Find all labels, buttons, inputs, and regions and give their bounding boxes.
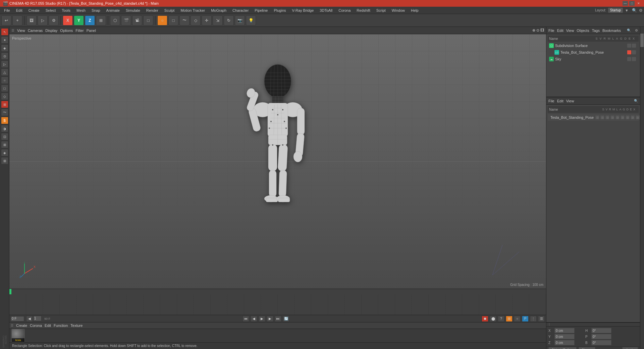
maximize-button[interactable]: □ xyxy=(629,1,635,6)
camera-button[interactable]: 📷 xyxy=(235,15,245,26)
menu-plugins[interactable]: Plugins xyxy=(271,8,288,13)
menu-mograph[interactable]: MoGraph xyxy=(208,8,229,13)
poly-mode-button[interactable]: 📽 xyxy=(132,15,142,26)
layout-settings-icon[interactable]: ⚙ xyxy=(639,8,643,13)
viewport-nav-icon-3[interactable]: 🎞 xyxy=(540,28,544,33)
next-frame-btn[interactable]: ▶ xyxy=(267,316,273,322)
coord-x-input[interactable] xyxy=(554,328,575,333)
tool-scale[interactable]: ◈ xyxy=(1,44,8,52)
menu-3dtoall[interactable]: 3DToAll xyxy=(317,8,335,13)
attr-object-row[interactable]: Tesla_Bot_Standing_Pose □ □ □ □ □ □ □ □ … xyxy=(548,114,639,121)
tc-btn-7[interactable]: ⋮ xyxy=(530,316,537,322)
timeline-tracks[interactable] xyxy=(9,294,546,315)
menu-edit[interactable]: Edit xyxy=(13,8,25,13)
tool-16[interactable]: ◈ xyxy=(1,149,8,156)
scrollbar-thumb[interactable] xyxy=(640,34,644,47)
tool-17[interactable]: ⊞ xyxy=(1,157,8,164)
menu-create[interactable]: Create xyxy=(26,8,42,13)
tool-14[interactable]: ⊡ xyxy=(1,133,8,140)
sky-tag-1[interactable] xyxy=(627,57,631,61)
mat-menu-texture[interactable]: Texture xyxy=(70,323,83,328)
attr-menu-edit[interactable]: Edit xyxy=(557,99,564,103)
attr-menu-view[interactable]: View xyxy=(566,99,574,103)
tool-10[interactable]: ⊞ xyxy=(1,101,8,108)
attr-btn-8[interactable]: □ xyxy=(630,115,635,120)
record-btn[interactable]: ⏺ xyxy=(482,316,488,322)
tag-red[interactable] xyxy=(627,50,631,54)
tc-btn-5[interactable]: ○ xyxy=(514,316,521,322)
menu-motion-tracker[interactable]: Motion Tracker xyxy=(178,8,208,13)
obj-menu-view[interactable]: View xyxy=(566,29,574,33)
attr-search-icon[interactable]: 🔍 xyxy=(634,99,638,103)
menu-tools[interactable]: Tools xyxy=(59,8,73,13)
menu-mesh[interactable]: Mesh xyxy=(74,8,88,13)
x-axis-button[interactable]: X xyxy=(63,15,73,26)
menu-vray[interactable]: V-Ray Bridge xyxy=(289,8,317,13)
coord-b-input[interactable] xyxy=(591,340,611,345)
menu-character[interactable]: Character xyxy=(230,8,251,13)
tc-btn-6[interactable]: P xyxy=(522,316,529,322)
attr-btn-7[interactable]: □ xyxy=(625,115,630,120)
obj-menu-file[interactable]: File xyxy=(548,29,554,33)
obj-menu-objects[interactable]: Objects xyxy=(577,29,589,33)
menu-simulate[interactable]: Simulate xyxy=(123,8,143,13)
tc-expand-btn[interactable]: ☰ xyxy=(538,316,545,322)
tag-1[interactable] xyxy=(627,44,631,48)
go-to-end-btn[interactable]: ⏭ xyxy=(275,316,281,322)
go-to-start-btn[interactable]: ⏮ xyxy=(243,316,249,322)
coord-z-input[interactable] xyxy=(554,340,575,345)
prev-frame-btn[interactable]: ◀ xyxy=(251,316,257,322)
object-mode-button[interactable]: □ xyxy=(143,15,153,26)
tool-9[interactable]: ◇ xyxy=(1,93,8,100)
coord-h-input[interactable] xyxy=(591,328,611,333)
sky-tag-2[interactable] xyxy=(632,57,636,61)
current-frame-input[interactable] xyxy=(11,316,24,321)
menu-select[interactable]: Select xyxy=(43,8,59,13)
points-mode-button[interactable]: ⬡ xyxy=(110,15,120,26)
attr-btn-2[interactable]: □ xyxy=(600,115,605,120)
lasso-select-button[interactable]: 〜 xyxy=(179,15,190,26)
attr-btn-4[interactable]: □ xyxy=(610,115,615,120)
attr-btn-6[interactable]: □ xyxy=(620,115,625,120)
obj-subdivision-surface[interactable]: ⬡ Subdivision Surface xyxy=(548,42,639,49)
auto-key-btn[interactable]: ⬤ xyxy=(490,316,496,322)
tool-11[interactable]: 〜 xyxy=(1,109,8,116)
attr-btn-1[interactable]: □ xyxy=(595,115,600,120)
coord-p-input[interactable] xyxy=(591,334,611,339)
z-axis-button[interactable]: Z xyxy=(85,15,95,26)
menu-render[interactable]: Render xyxy=(144,8,161,13)
render-settings-button[interactable]: ⚙ xyxy=(49,15,59,26)
menu-help[interactable]: Help xyxy=(408,8,421,13)
mat-menu-function[interactable]: Function xyxy=(54,323,68,328)
layout-preset[interactable]: Startup xyxy=(608,8,623,13)
obj-settings-icon[interactable]: ⚙ xyxy=(635,29,638,32)
right-scrollbar[interactable] xyxy=(640,27,644,349)
play-forward-btn[interactable]: ▶ xyxy=(259,316,265,322)
menu-file[interactable]: File xyxy=(1,8,13,13)
viewport-menu-icon[interactable]: ☰ xyxy=(11,29,14,32)
material-tesla-swatch[interactable]: tesla xyxy=(11,329,25,342)
menu-sculpt[interactable]: Sculpt xyxy=(162,8,177,13)
frame-step-input[interactable] xyxy=(33,316,42,321)
help-btn[interactable]: ? xyxy=(498,316,504,322)
mat-menu-create[interactable]: Create xyxy=(16,323,27,328)
render-to-picture-button[interactable]: 🖼 xyxy=(26,15,37,26)
viewport-menu-panel[interactable]: Panel xyxy=(87,29,96,33)
menu-snap[interactable]: Snap xyxy=(89,8,103,13)
attr-btn-9[interactable]: □ xyxy=(635,115,640,120)
tool-select[interactable]: ↖ xyxy=(1,28,8,36)
circle-select-button[interactable]: ○ xyxy=(157,15,167,26)
obj-search-icon[interactable]: 🔍 xyxy=(627,29,631,32)
viewport-menu-cameras[interactable]: Cameras xyxy=(28,29,43,33)
tc-btn-4[interactable]: ⊞ xyxy=(506,316,513,322)
close-button[interactable]: ✕ xyxy=(636,1,641,6)
obj-menu-bookmarks[interactable]: Bookmarks xyxy=(602,29,621,33)
move-button[interactable]: ✛ xyxy=(202,15,212,26)
rect-select-button[interactable]: □ xyxy=(168,15,178,26)
tag-2[interactable] xyxy=(632,44,636,48)
render-view-button[interactable]: ▷ xyxy=(38,15,48,26)
viewport-menu-display[interactable]: Display xyxy=(45,29,57,33)
menu-script[interactable]: Script xyxy=(374,8,388,13)
coord-size-dropdown[interactable]: Size xyxy=(579,347,595,349)
obj-menu-edit[interactable]: Edit xyxy=(557,29,564,33)
